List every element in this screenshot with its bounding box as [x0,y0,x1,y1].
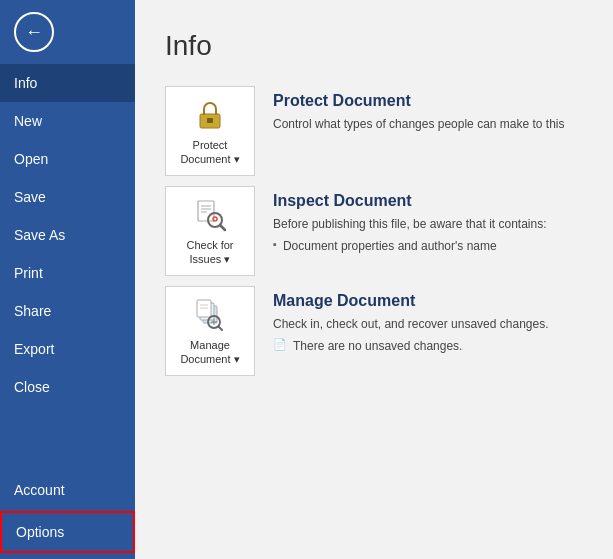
svg-point-9 [213,217,217,221]
manage-document-button[interactable]: ManageDocument ▾ [165,286,255,376]
sidebar-item-export[interactable]: Export [0,330,135,368]
check-issues-label: Check forIssues ▾ [186,238,233,267]
back-button[interactable]: ← [14,12,54,52]
bullet-square-icon: ▪ [273,238,277,250]
page-title: Info [165,30,583,62]
sidebar-item-share[interactable]: Share [0,292,135,330]
protect-document-label: ProtectDocument ▾ [180,138,239,167]
sidebar-item-save-as[interactable]: Save As [0,216,135,254]
back-arrow-icon: ← [25,22,43,43]
sidebar-item-info[interactable]: Info [0,64,135,102]
main-content: Info ProtectDocument ▾ Protect Document … [135,0,613,559]
lock-icon [191,96,229,134]
manage-sub-text: There are no unsaved changes. [293,337,462,355]
manage-document-title: Manage Document [273,292,549,310]
manage-sub-item: 📄 There are no unsaved changes. [273,337,549,355]
inspect-document-card: Check forIssues ▾ Inspect Document Befor… [165,186,583,276]
inspect-document-text: Inspect Document Before publishing this … [273,186,547,255]
inspect-document-title: Inspect Document [273,192,547,210]
sidebar-item-close[interactable]: Close [0,368,135,406]
inspect-document-desc: Before publishing this file, be aware th… [273,215,547,233]
svg-rect-2 [198,201,214,221]
svg-line-16 [219,326,223,330]
protect-document-card: ProtectDocument ▾ Protect Document Contr… [165,86,583,176]
svg-line-7 [220,225,225,230]
sidebar-item-print[interactable]: Print [0,254,135,292]
svg-rect-1 [207,118,213,123]
protect-document-desc: Control what types of changes people can… [273,115,565,133]
protect-document-button[interactable]: ProtectDocument ▾ [165,86,255,176]
sidebar-item-open[interactable]: Open [0,140,135,178]
manage-document-desc: Check in, check out, and recover unsaved… [273,315,549,333]
doc-icon: 📄 [273,338,287,351]
check-issues-button[interactable]: Check forIssues ▾ [165,186,255,276]
inspect-icon [191,196,229,234]
manage-document-card: ManageDocument ▾ Manage Document Check i… [165,286,583,376]
manage-document-label: ManageDocument ▾ [180,338,239,367]
manage-icon [191,296,229,334]
sidebar-item-account[interactable]: Account [0,471,135,509]
inspect-sub-text: Document properties and author's name [283,237,497,255]
sidebar-item-options[interactable]: Options [0,511,135,553]
inspect-sub-item: ▪ Document properties and author's name [273,237,547,255]
manage-document-text: Manage Document Check in, check out, and… [273,286,549,355]
sidebar-item-save[interactable]: Save [0,178,135,216]
protect-document-text: Protect Document Control what types of c… [273,86,565,133]
sidebar-item-new[interactable]: New [0,102,135,140]
sidebar: ← Info New Open Save Save As Print Share… [0,0,135,559]
protect-document-title: Protect Document [273,92,565,110]
